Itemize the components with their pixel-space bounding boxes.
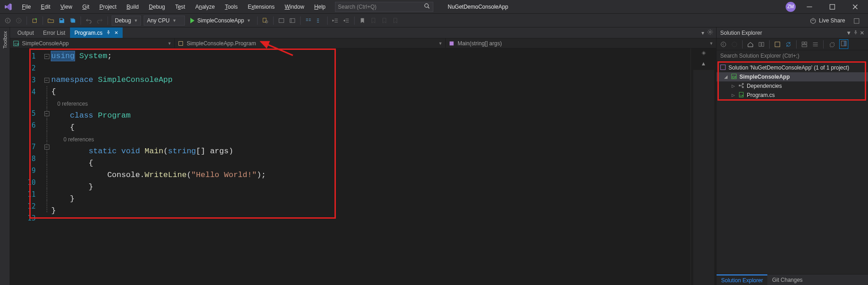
fold-toggle[interactable]: − xyxy=(44,145,49,150)
code-editor[interactable]: 1 2 3 4 5 6 7 8 9 10 11 12 13 − − xyxy=(10,48,716,285)
tab-program-cs[interactable]: Program.cs ✕ xyxy=(70,27,123,38)
svg-point-0 xyxy=(425,4,428,7)
nav-fwd-button[interactable] xyxy=(14,16,24,26)
menu-test[interactable]: Test xyxy=(171,2,190,12)
se-switch-view-button[interactable] xyxy=(756,40,766,49)
svg-rect-31 xyxy=(844,41,846,46)
tab-output[interactable]: Output xyxy=(13,27,38,38)
toolbar-icon-b[interactable] xyxy=(287,16,297,26)
live-share-button[interactable]: Live Share xyxy=(807,16,848,26)
svg-rect-36 xyxy=(742,83,744,85)
tab-error-list[interactable]: Error List xyxy=(38,27,70,38)
menu-debug[interactable]: Debug xyxy=(144,2,169,12)
fold-toggle[interactable]: − xyxy=(44,111,49,116)
se-back-button[interactable] xyxy=(718,40,728,49)
indent-button[interactable] xyxy=(341,16,351,26)
menu-build[interactable]: Build xyxy=(122,2,144,12)
menu-window[interactable]: Window xyxy=(280,2,309,12)
pin-icon[interactable] xyxy=(106,30,111,36)
svg-rect-37 xyxy=(742,86,744,88)
expand-icon[interactable]: ▷ xyxy=(730,84,736,88)
se-pending-changes-button[interactable] xyxy=(772,40,782,49)
tree-project-node[interactable]: ◢ C# SimpleConsoleApp xyxy=(717,72,868,81)
user-avatar[interactable]: ZM xyxy=(786,2,796,12)
close-icon[interactable]: ✕ xyxy=(860,30,864,36)
nav-back-button[interactable] xyxy=(3,16,13,26)
menu-help[interactable]: Help xyxy=(310,2,330,12)
maximize-button[interactable] xyxy=(823,0,841,13)
se-home-button[interactable] xyxy=(745,40,755,49)
se-sync-button[interactable] xyxy=(783,40,793,49)
configuration-combo[interactable]: Debug ▼ xyxy=(112,16,141,26)
platform-label: Any CPU xyxy=(147,17,169,24)
nav-project[interactable]: C# SimpleConsoleApp ▼ xyxy=(10,38,175,48)
se-collapse-all-button[interactable] xyxy=(799,40,809,49)
nav-class[interactable]: SimpleConsoleApp.Program ▼ xyxy=(175,38,446,48)
redo-button[interactable] xyxy=(95,16,105,26)
fold-toggle[interactable]: − xyxy=(44,78,49,83)
tab-overflow-icon[interactable]: ▾ xyxy=(701,30,704,36)
run-target-label: SimpleConsoleApp xyxy=(197,17,244,24)
nav-member[interactable]: Main(string[] args) ▼ xyxy=(446,38,716,48)
menu-tools[interactable]: Tools xyxy=(220,2,242,12)
split-icon[interactable] xyxy=(691,48,716,59)
find-in-files-button[interactable] xyxy=(260,16,270,26)
feedback-button[interactable] xyxy=(852,16,862,26)
outdent-button[interactable] xyxy=(330,16,340,26)
play-icon xyxy=(190,18,194,23)
expand-icon[interactable]: ▷ xyxy=(730,93,736,97)
start-debug-button[interactable]: SimpleConsoleApp ▼ xyxy=(187,16,254,26)
pin-icon[interactable] xyxy=(853,30,858,36)
close-icon[interactable]: ✕ xyxy=(114,30,118,35)
gear-icon[interactable] xyxy=(707,29,713,37)
fold-toggle[interactable]: − xyxy=(44,54,49,59)
bookmark-button[interactable] xyxy=(357,16,367,26)
live-share-label: Live Share xyxy=(819,17,845,24)
uncomment-button[interactable] xyxy=(314,16,324,26)
menu-extensions[interactable]: Extensions xyxy=(243,2,279,12)
app-title: NuGetDemoConsoleApp xyxy=(448,4,508,10)
menu-file[interactable]: File xyxy=(17,2,35,12)
tree-program-node[interactable]: ▷ C# Program.cs xyxy=(717,91,868,100)
solution-tree[interactable]: Solution 'NuGetDemoConsoleApp' (1 of 1 p… xyxy=(717,61,868,274)
solution-explorer-search[interactable]: Search Solution Explorer (Ctrl+;) xyxy=(717,50,868,61)
se-properties-button[interactable] xyxy=(826,40,836,49)
solution-explorer-toolbar xyxy=(717,38,868,50)
save-all-button[interactable] xyxy=(68,16,78,26)
comment-button[interactable] xyxy=(303,16,313,26)
open-file-button[interactable] xyxy=(46,16,56,26)
se-show-all-button[interactable] xyxy=(810,40,820,49)
save-button[interactable] xyxy=(57,16,67,26)
svg-rect-29 xyxy=(802,44,807,46)
tree-dependencies-node[interactable]: ▷ Dependencies xyxy=(717,81,868,91)
close-button[interactable] xyxy=(846,0,864,13)
minimize-button[interactable] xyxy=(800,0,819,13)
solution-explorer-title[interactable]: Solution Explorer ▼ ✕ xyxy=(717,27,868,38)
svg-rect-12 xyxy=(279,18,284,22)
menu-git[interactable]: Git xyxy=(78,2,94,12)
expand-icon[interactable]: ◢ xyxy=(723,75,728,79)
new-item-button[interactable] xyxy=(30,16,40,26)
svg-point-11 xyxy=(265,21,268,23)
se-preview-button[interactable] xyxy=(837,40,850,49)
bottom-tab-git-changes[interactable]: Git Changes xyxy=(767,274,807,285)
toolbox-rail[interactable]: Toolbox xyxy=(0,27,10,285)
menu-edit[interactable]: Edit xyxy=(36,2,55,12)
chevron-down-icon: ▼ xyxy=(134,18,138,23)
overview-ruler[interactable]: ▲ xyxy=(690,48,716,285)
chevron-down-icon: ▼ xyxy=(709,41,713,46)
search-icon xyxy=(424,3,430,11)
svg-rect-3 xyxy=(830,4,835,9)
undo-button[interactable] xyxy=(84,16,94,26)
global-search[interactable]: Search (Ctrl+Q) xyxy=(335,2,433,12)
dropdown-icon[interactable]: ▼ xyxy=(846,30,852,36)
platform-combo[interactable]: Any CPU ▼ xyxy=(144,16,185,26)
menu-view[interactable]: View xyxy=(56,2,77,12)
toolbar-icon-a[interactable] xyxy=(276,16,286,26)
tree-solution-node[interactable]: Solution 'NuGetDemoConsoleApp' (1 of 1 p… xyxy=(717,63,868,72)
bottom-tab-solution-explorer[interactable]: Solution Explorer xyxy=(717,274,767,285)
collapse-up-icon[interactable]: ▲ xyxy=(691,59,716,68)
menu-project[interactable]: Project xyxy=(95,2,121,12)
code-text[interactable]: using System; namespace SimpleConsoleApp… xyxy=(51,48,690,285)
menu-analyze[interactable]: Analyze xyxy=(191,2,220,12)
